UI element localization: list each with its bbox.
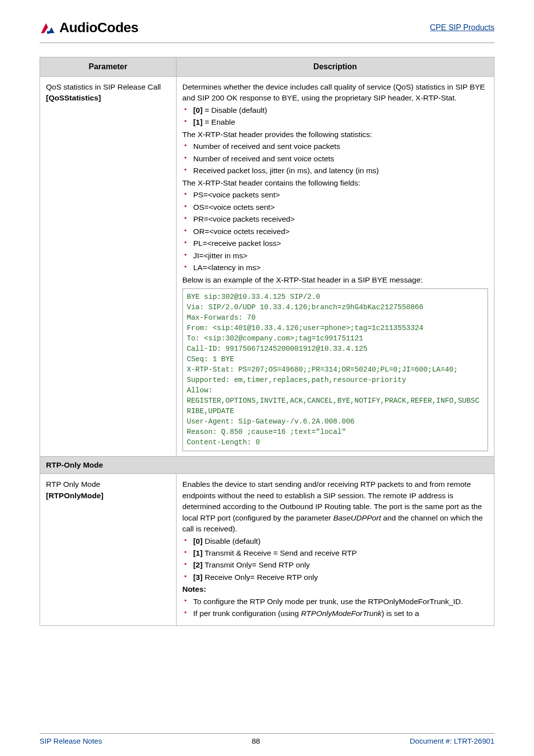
code-example: BYE sip:302@10.33.4.125 SIP/2.0 Via: SIP…	[182, 288, 488, 451]
footer-left: SIP Release Notes	[40, 737, 102, 745]
list-item: JI=<jitter in ms>	[182, 250, 488, 261]
page-header: AudioCodes CPE SIP Products	[40, 20, 494, 36]
param-qos-statistics: QoS statistics in SIP Release Call [QoSS…	[46, 82, 170, 104]
table-row: RTP Only Mode [RTPOnlyMode] Enables the …	[40, 474, 494, 626]
list-item: PR=<voice packets received>	[182, 214, 488, 225]
option-1: [1]	[193, 118, 203, 126]
option-1-text: Transmit & Receive = Send and receive RT…	[203, 549, 357, 557]
option-3: [3]	[193, 573, 203, 581]
description-qos: Determines whether the device includes c…	[182, 82, 488, 451]
option-0: [0]	[193, 106, 203, 114]
list-item: [3] Receive Only= Receive RTP only	[182, 572, 488, 583]
option-2: [2]	[193, 561, 203, 569]
footer-right: Document #: LTRT-26901	[410, 737, 494, 745]
logo: AudioCodes	[40, 20, 138, 36]
desc-intro: Determines whether the device includes c…	[182, 82, 488, 104]
list-item: [0] = Disable (default)	[182, 105, 488, 116]
list-item: OR=<voice octets received>	[182, 226, 488, 237]
notes-label: Notes:	[182, 584, 488, 595]
note-text: If per trunk configuration (using	[193, 609, 301, 617]
option-1: [1]	[193, 549, 203, 557]
list-item: PL=<receive packet loss>	[182, 238, 488, 249]
column-header-parameter: Parameter	[40, 57, 177, 77]
header-product-link[interactable]: CPE SIP Products	[430, 23, 494, 32]
logo-text: AudioCodes	[59, 20, 138, 36]
header-divider	[40, 43, 494, 43]
param-ini-name: [RTPOnlyMode]	[46, 491, 103, 500]
column-header-description: Description	[176, 57, 494, 77]
list-item: Number of received and sent voice packet…	[182, 141, 488, 152]
list-item: Received packet loss, jitter (in ms), an…	[182, 165, 488, 176]
section-rtp-only-mode: RTP-Only Mode	[40, 457, 494, 474]
section-header-row: RTP-Only Mode	[40, 457, 494, 474]
list-item: OS=<voice octets sent>	[182, 202, 488, 213]
stat-intro: The X-RTP-Stat header provides the follo…	[182, 129, 488, 140]
param-title: RTP Only Mode	[46, 480, 100, 488]
option-3-text: Receive Only= Receive RTP only	[203, 573, 318, 581]
param-rtp-only-mode: RTP Only Mode [RTPOnlyMode]	[46, 479, 170, 501]
description-rtp-only: Enables the device to start sending and/…	[182, 479, 488, 619]
list-item: [1] = Enable	[182, 117, 488, 128]
page-footer: SIP Release Notes 88 Document #: LTRT-26…	[40, 733, 494, 745]
fields-intro: The X-RTP-Stat header contains the follo…	[182, 178, 488, 189]
footer-page-number: 88	[252, 737, 260, 745]
option-2-text: Transmit Only= Send RTP only	[203, 561, 310, 569]
option-0: [0]	[193, 537, 203, 545]
param-ini-name: [QoSStatistics]	[46, 94, 101, 102]
option-1-text: = Enable	[203, 118, 235, 126]
svg-rect-0	[47, 31, 50, 34]
note-param-ref: RTPOnlyModeForTrunk	[301, 609, 382, 617]
option-0-text: = Disable (default)	[203, 106, 267, 114]
list-item: Number of received and sent voice octets	[182, 153, 488, 164]
example-intro: Below is an example of the X-RTP-Stat he…	[182, 275, 488, 285]
list-item: [2] Transmit Only= Send RTP only	[182, 560, 488, 570]
list-item: [0] Disable (default)	[182, 536, 488, 547]
desc-param-ref: BaseUDPPort	[333, 514, 381, 522]
logo-icon	[40, 20, 57, 35]
parameters-table: Parameter Description QoS statistics in …	[40, 57, 494, 626]
list-item: If per trunk configuration (using RTPOnl…	[182, 608, 488, 619]
note-text: ) is set to a	[382, 609, 419, 617]
desc-intro: Enables the device to start sending and/…	[182, 479, 488, 534]
table-row: QoS statistics in SIP Release Call [QoSS…	[40, 77, 494, 457]
list-item: To configure the RTP Only mode per trunk…	[182, 596, 488, 607]
list-item: PS=<voice packets sent>	[182, 189, 488, 200]
option-0-text: Disable (default)	[203, 537, 261, 545]
list-item: [1] Transmit & Receive = Send and receiv…	[182, 548, 488, 559]
list-item: LA=<latency in ms>	[182, 262, 488, 273]
param-title: QoS statistics in SIP Release Call	[46, 83, 161, 91]
